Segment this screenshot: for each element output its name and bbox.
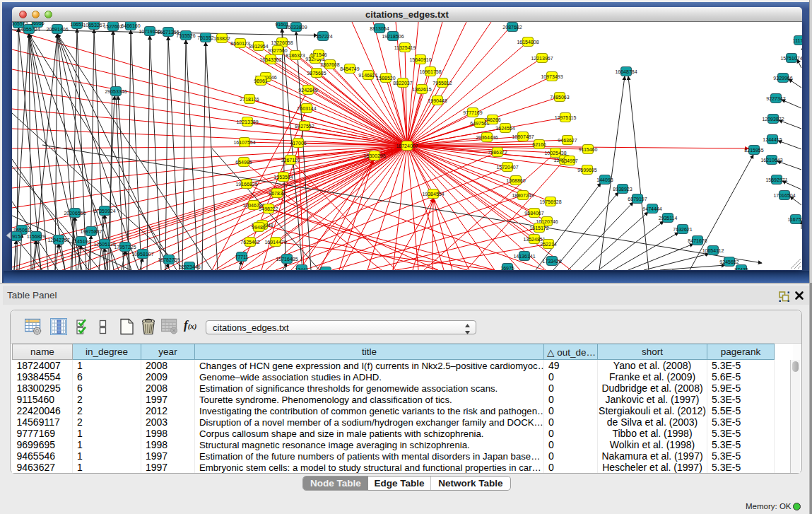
svg-text:11325419: 11325419: [394, 45, 416, 50]
svg-text:19384554: 19384554: [422, 192, 444, 197]
svg-text:16648784: 16648784: [615, 69, 637, 74]
svg-text:2935114: 2935114: [659, 216, 678, 221]
svg-text:12093872: 12093872: [762, 117, 784, 122]
svg-text:2718176: 2718176: [240, 97, 259, 102]
svg-text:10973493: 10973493: [541, 74, 563, 79]
svg-text:1615172: 1615172: [529, 226, 548, 230]
svg-text:15720407: 15720407: [496, 165, 518, 170]
svg-text:77711: 77711: [235, 255, 249, 259]
svg-text:144093: 144093: [596, 177, 613, 182]
svg-text:12441: 12441: [295, 267, 309, 271]
svg-text:15692971: 15692971: [765, 177, 787, 182]
svg-text:1588520: 1588520: [376, 76, 395, 81]
svg-text:20364436: 20364436: [476, 135, 498, 140]
svg-text:9474444: 9474444: [642, 206, 661, 211]
svg-text:9327500: 9327500: [268, 48, 287, 53]
svg-text:20691406: 20691406: [46, 27, 68, 32]
svg-text:97435: 97435: [734, 267, 748, 271]
svg-text:5498222: 5498222: [259, 206, 278, 211]
svg-text:11171: 11171: [793, 38, 802, 43]
svg-text:10651: 10651: [70, 22, 84, 27]
svg-text:10025438: 10025438: [544, 151, 566, 156]
svg-text:12942757: 12942757: [47, 238, 69, 243]
svg-text:20206556: 20206556: [64, 211, 86, 216]
svg-text:19166825: 19166825: [235, 182, 257, 187]
svg-text:8427552: 8427552: [295, 124, 314, 129]
svg-text:18807249: 18807249: [512, 193, 534, 198]
svg-text:7485063: 7485063: [550, 95, 569, 100]
svg-text:1244415: 1244415: [763, 137, 782, 142]
svg-text:10653267: 10653267: [83, 23, 105, 28]
svg-text:15640910: 15640910: [409, 57, 431, 62]
svg-text:39154: 39154: [12, 234, 23, 239]
svg-text:10958107: 10958107: [131, 252, 153, 257]
svg-text:417006: 417006: [290, 141, 306, 146]
svg-text:3624554: 3624554: [495, 126, 514, 131]
svg-text:17016504: 17016504: [773, 193, 795, 198]
svg-text:18724007: 18724007: [396, 144, 418, 148]
svg-text:12923446: 12923446: [178, 264, 200, 269]
svg-text:14136141: 14136141: [513, 254, 535, 259]
svg-text:1156829: 1156829: [27, 234, 46, 239]
svg-text:9245652: 9245652: [719, 259, 739, 264]
svg-text:16154808: 16154808: [517, 40, 539, 45]
svg-text:9684067: 9684067: [524, 211, 543, 216]
svg-text:7625402: 7625402: [240, 240, 259, 245]
svg-text:15716485: 15716485: [276, 257, 298, 262]
svg-text:99489: 99489: [252, 225, 266, 230]
svg-text:1362615: 1362615: [412, 87, 431, 92]
svg-text:9777169: 9777169: [463, 110, 482, 115]
svg-text:16210643: 16210643: [760, 158, 782, 163]
svg-text:13226058: 13226058: [271, 40, 293, 45]
svg-text:2603144: 2603144: [297, 106, 316, 111]
svg-text:3267110: 3267110: [281, 158, 300, 163]
svg-text:8822037: 8822037: [393, 81, 412, 86]
svg-text:16543362: 16543362: [259, 57, 281, 62]
svg-text:16914479: 16914479: [264, 240, 286, 245]
svg-text:2087682: 2087682: [502, 25, 522, 30]
svg-text:9242848: 9242848: [298, 88, 317, 93]
svg-text:134957: 134957: [561, 158, 577, 163]
svg-text:9329966: 9329966: [773, 76, 792, 81]
svg-text:13524851: 13524851: [523, 237, 545, 242]
svg-text:1527602: 1527602: [103, 24, 122, 29]
svg-text:1353594: 1353594: [273, 175, 293, 180]
svg-text:751552: 751552: [197, 35, 213, 40]
svg-text:7632621: 7632621: [673, 227, 692, 232]
svg-text:9146821: 9146821: [358, 73, 377, 78]
svg-text:16975: 16975: [500, 266, 514, 271]
svg-text:12213967: 12213967: [531, 56, 553, 61]
svg-text:6879197: 6879197: [628, 197, 647, 201]
svg-text:15751074: 15751074: [780, 56, 802, 61]
svg-text:7986372: 7986372: [488, 150, 507, 155]
svg-text:19218506: 19218506: [382, 34, 404, 39]
svg-text:171546: 171546: [310, 52, 326, 57]
svg-text:9227342: 9227342: [766, 96, 785, 101]
svg-text:8186323: 8186323: [286, 53, 305, 58]
svg-text:7357224: 7357224: [313, 34, 332, 39]
svg-text:16033809: 16033809: [285, 25, 307, 30]
svg-text:8215955: 8215955: [744, 148, 763, 153]
svg-text:7955812: 7955812: [433, 81, 452, 86]
svg-text:19756928: 19756928: [539, 199, 561, 204]
svg-text:62160: 62160: [532, 142, 546, 147]
svg-text:12975115: 12975115: [555, 115, 577, 120]
svg-text:16961758: 16961758: [419, 69, 441, 74]
svg-text:8912954: 8912954: [249, 44, 268, 49]
svg-text:8454749: 8454749: [340, 66, 359, 71]
svg-text:1733426: 1733426: [542, 259, 561, 264]
svg-text:746266: 746266: [484, 117, 500, 122]
svg-text:9463627: 9463627: [558, 138, 577, 143]
svg-text:29053346: 29053346: [105, 89, 126, 94]
svg-text:16782759: 16782759: [158, 257, 180, 262]
svg-text:17957225: 17957225: [114, 245, 136, 250]
svg-text:7515526: 7515526: [176, 33, 195, 38]
svg-text:9699695: 9699695: [577, 168, 596, 173]
svg-text:8813054: 8813054: [370, 26, 389, 31]
svg-text:654985: 654985: [235, 160, 252, 165]
svg-text:98961: 98961: [254, 78, 268, 83]
svg-text:8471676: 8471676: [688, 238, 707, 243]
svg-text:8938923: 8938923: [613, 187, 632, 192]
svg-text:16955: 16955: [30, 22, 45, 25]
svg-text:10807487: 10807487: [512, 134, 534, 139]
